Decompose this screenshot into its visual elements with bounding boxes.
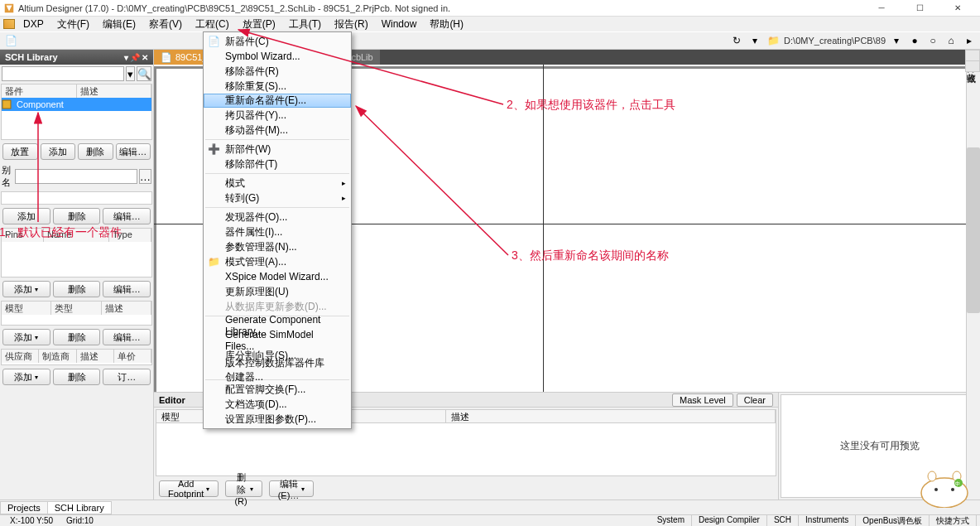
close-button[interactable]: ✕ [939,1,977,16]
status-shortcuts[interactable]: 快捷方式 [930,515,977,527]
filter-search-button[interactable]: 🔍 [137,66,151,81]
col-name[interactable]: Name [44,229,109,242]
status-right: System Design Compiler SCH Instruments O… [651,515,977,527]
menu-config-pin-swap[interactable]: 配置管脚交换(F)... [204,382,351,397]
panel-pin-icon[interactable]: 📌 [130,53,140,62]
menu-update-schematic[interactable]: 更新原理图(U) [204,284,351,299]
minimize-button[interactable]: ─ [862,1,901,16]
col-class[interactable]: 类型 [51,302,101,315]
alias-delete-button[interactable]: 删除 [53,208,101,224]
menu-dxp[interactable]: DXP [17,17,50,31]
side-tab-favorites[interactable]: 收藏 [965,60,980,72]
tb-home-icon[interactable]: ⌂ [944,33,958,48]
pins-add-button[interactable]: 添加 [2,281,50,297]
menu-remove-part[interactable]: 移除部件(T) [204,157,351,171]
tb-circle-icon[interactable]: ● [907,33,922,48]
supplier-order-button[interactable]: 订… [103,369,151,385]
menu-mode[interactable]: 模式 [204,176,351,191]
dxp-icon[interactable] [3,19,15,29]
status-system[interactable]: System [651,515,692,527]
col-supplier[interactable]: 供应商 [2,350,39,363]
menu-goto[interactable]: 转到(G) [204,191,351,205]
models-delete-button[interactable]: 删除 [53,329,101,345]
menu-help[interactable]: 帮助(H) [423,17,470,32]
panel-min-icon[interactable]: ▾ [124,53,128,62]
panel-close-icon[interactable]: ✕ [142,53,148,62]
delete-button[interactable]: 删除 [78,143,113,160]
menu-rename-component[interactable]: 重新命名器件(E)... [204,94,351,108]
mask-level-button[interactable]: Mask Level [672,393,733,407]
col-model[interactable]: 模型 [2,302,51,315]
menu-view[interactable]: 察看(V) [142,17,189,32]
editor-col-desc[interactable]: 描述 [446,410,776,422]
status-sch[interactable]: SCH [767,515,799,527]
tb-folder-icon[interactable]: 📁 [766,33,781,48]
menu-window[interactable]: Window [375,17,424,31]
menu-param-mgr[interactable]: 参数管理器(N)... [204,239,351,254]
editor-delete-button[interactable]: 删除(R) [225,480,262,497]
tb-refresh-icon[interactable]: ↻ [729,33,744,48]
col-desc3[interactable]: 描述 [77,350,114,363]
add-button[interactable]: 添加 [41,143,76,160]
alias-add-button[interactable]: 添加 [2,208,50,224]
bottom-tab-projects[interactable]: Projects [0,501,48,514]
alias-lookup-button[interactable]: … [139,169,151,184]
side-tab-clipboard[interactable]: 剪贴板 [965,50,980,61]
status-openbus[interactable]: OpenBus调色板 [856,515,930,527]
status-instruments[interactable]: Instruments [799,515,856,527]
edit-button[interactable]: 编辑… [116,143,151,160]
models-add-button[interactable]: 添加 [2,329,50,345]
menu-new-part[interactable]: ➕新部件(W) [204,142,351,157]
menu-xspice[interactable]: XSpice Model Wizard... [204,269,351,284]
menu-move-component[interactable]: 移动器件(M)... [204,123,351,138]
menu-remove-component[interactable]: 移除器件(R) [204,64,351,79]
menu-file[interactable]: 文件(F) [50,17,96,32]
col-price[interactable]: 单价 [114,350,151,363]
models-edit-button[interactable]: 编辑… [103,329,151,345]
col-desc2[interactable]: 描述 [102,302,151,315]
menu-new-component[interactable]: 📄新器件(C) [204,34,351,49]
component-row[interactable]: Component [2,98,151,111]
tb-new-icon[interactable]: 📄 [3,33,18,48]
menu-report[interactable]: 报告(R) [328,17,375,32]
status-design-compiler[interactable]: Design Compiler [692,515,767,527]
maximize-button[interactable]: ☐ [901,1,939,16]
menu-symbol-wizard[interactable]: Symbol Wizard... [204,49,351,64]
menu-find-component[interactable]: 发现器件(O)... [204,210,351,224]
col-pins[interactable]: Pins [2,229,44,242]
bottom-tab-sch-library[interactable]: SCH Library [47,501,112,514]
menu-tools[interactable]: 工具(T) [282,17,328,32]
tb-arrow-icon[interactable]: ▸ [962,33,977,48]
tb-nav-dropdown-icon[interactable]: ▾ [889,33,904,48]
tb-dropdown-icon[interactable]: ▾ [747,33,762,48]
place-button[interactable]: 放置 [2,143,38,160]
col-device[interactable]: 器件 [2,84,77,98]
clear-button[interactable]: Clear [737,393,773,407]
col-mfr[interactable]: 制造商 [39,350,76,363]
menu-doc-options[interactable]: 文档选项(D)... [204,397,351,412]
menu-copy-component[interactable]: 拷贝器件(Y)... [204,108,351,123]
filter-input[interactable] [2,66,124,81]
menu-component-props[interactable]: 器件属性(I)... [204,224,351,239]
menu-project[interactable]: 工程(C) [189,17,236,32]
alias-input[interactable] [15,169,137,184]
pins-delete-button[interactable]: 删除 [53,281,101,297]
col-type[interactable]: Type [109,229,151,242]
menu-mode-mgr[interactable]: 📁模式管理(A)... [204,254,351,269]
supplier-add-button[interactable]: 添加 [2,369,50,385]
menu-remove-dup[interactable]: 移除重复(S)... [204,79,351,94]
tb-circle2-icon[interactable]: ○ [925,33,940,48]
vertical-scrollbar[interactable] [966,65,980,499]
menu-version-ctrl-db[interactable]: 版本控制数据库器件库创建器... [204,363,351,378]
col-desc[interactable]: 描述 [77,84,152,98]
add-footprint-button[interactable]: Add Footprint [159,480,219,497]
alias-edit-button[interactable]: 编辑… [103,208,151,224]
pins-edit-button[interactable]: 编辑… [103,281,151,297]
filter-dropdown-button[interactable]: ▾ [126,66,135,81]
menu-gen-sim-model[interactable]: Generate SimModel Files... [204,333,351,348]
menu-place[interactable]: 放置(P) [236,17,282,32]
supplier-delete-button[interactable]: 删除 [53,369,101,385]
menu-edit[interactable]: 编辑(E) [96,17,142,32]
editor-edit-button[interactable]: 编辑(E)… [269,480,315,497]
menu-set-schematic-params[interactable]: 设置原理图参数(P)... [204,412,351,427]
